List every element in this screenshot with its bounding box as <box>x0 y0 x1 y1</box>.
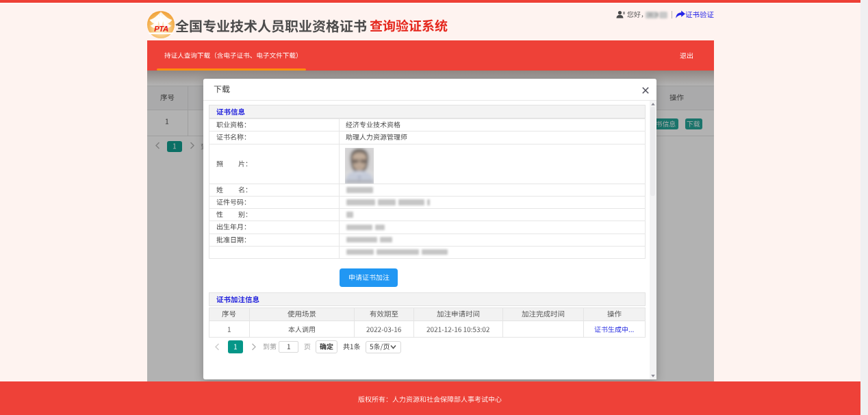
svg-text:PTA: PTA <box>154 25 168 33</box>
